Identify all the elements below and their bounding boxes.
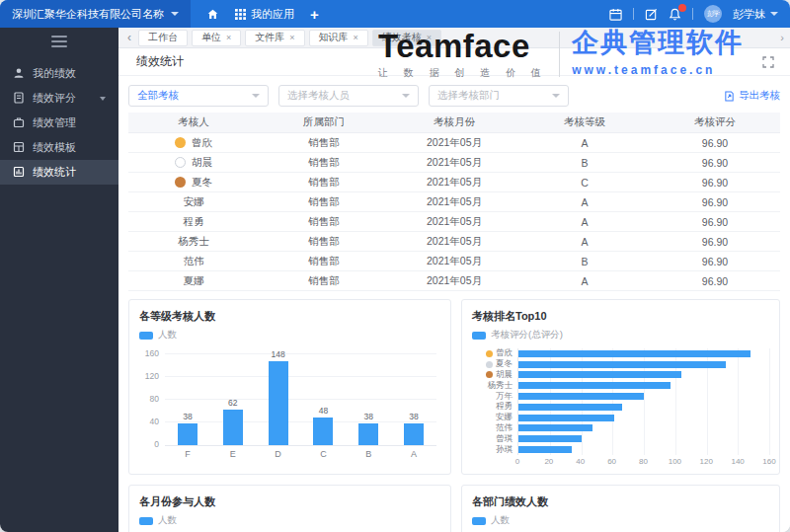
bronze-medal-icon <box>486 371 493 378</box>
sidebar-item-4[interactable]: 绩效模板 <box>0 135 118 160</box>
close-icon[interactable]: × <box>427 34 432 42</box>
my-apps-label: 我的应用 <box>251 7 294 22</box>
table-row[interactable]: 安娜销售部2021年05月A96.90 <box>128 192 780 212</box>
sidebar-nav: 我的绩效绩效评分绩效管理绩效模板绩效统计 <box>0 61 118 185</box>
table-row[interactable]: 曾欣销售部2021年05月A96.90 <box>128 133 780 153</box>
bar <box>518 446 572 453</box>
divider <box>633 8 634 20</box>
score-cell: 96.90 <box>650 173 780 192</box>
company-name: 深圳汇聚华企科技有限公司名称 <box>12 7 164 22</box>
assessee-cell: 夏冬 <box>128 173 259 192</box>
table-row[interactable]: 夏冬销售部2021年05月C96.90 <box>128 173 780 192</box>
bar-slot: 148 <box>256 354 301 445</box>
assessee-cell: 安娜 <box>128 192 259 212</box>
bar <box>518 404 622 411</box>
user-menu[interactable]: 彭学妹 <box>733 7 778 22</box>
bar-row <box>518 359 769 370</box>
category-label: 胡晨 <box>472 370 517 381</box>
chevron-down-icon <box>100 97 106 101</box>
sidebar-item-label: 绩效评分 <box>33 91 76 106</box>
assessment-select[interactable]: 全部考核 <box>128 85 269 107</box>
hamburger-icon <box>51 36 67 38</box>
add-app-button[interactable]: + <box>310 7 319 22</box>
table-row[interactable]: 夏娜销售部2021年05月A96.90 <box>128 271 780 291</box>
edit-button[interactable] <box>645 8 658 21</box>
assessee-name: 胡晨 <box>192 156 212 168</box>
my-apps-button[interactable]: 我的应用 <box>235 7 294 22</box>
month-cell: 2021年05月 <box>389 173 519 192</box>
score-cell: 96.90 <box>650 252 780 271</box>
chart-card-4: 各部门绩效人数人数6040 <box>461 485 780 532</box>
table-row[interactable]: 范伟销售部2021年05月B96.90 <box>128 252 780 271</box>
silver-medal-icon <box>175 157 186 168</box>
gridline <box>769 348 770 455</box>
notifications-button[interactable] <box>669 8 681 21</box>
sidebar-item-2[interactable]: 绩效评分 <box>0 86 118 111</box>
tab-label: 文件库 <box>255 31 284 44</box>
dept-cell: 销售部 <box>259 252 389 271</box>
bar-slot: 48 <box>300 354 346 445</box>
bar-slot: 38 <box>165 354 210 445</box>
close-icon[interactable]: × <box>289 34 294 42</box>
stats-icon <box>13 166 25 180</box>
tab-2[interactable]: 文件库× <box>245 30 304 46</box>
assessment-select-value: 全部考核 <box>137 89 252 103</box>
x-tick-label: F <box>165 449 210 459</box>
company-menu[interactable]: 深圳汇聚华企科技有限公司名称 <box>0 0 191 28</box>
export-button[interactable]: 导出考核 <box>724 89 780 103</box>
tab-4[interactable]: 绩效考核× <box>372 30 441 46</box>
tab-3[interactable]: 知识库× <box>309 30 368 46</box>
sidebar-item-1[interactable]: 我的绩效 <box>0 61 118 86</box>
y-tick-label: 160 <box>139 348 159 358</box>
sidebar-collapse-button[interactable] <box>51 36 67 47</box>
hbar-chart: 曾欣夏冬胡晨杨秀士万年程勇安娜范伟曾琪孙琪 <box>472 348 769 455</box>
chart-cards: 各等级考核人数人数040801201603862148483838FEDCBA考… <box>128 299 780 532</box>
avatar[interactable]: 彭学 <box>704 5 722 23</box>
person-select[interactable]: 选择考核人员 <box>278 85 419 107</box>
tab-1[interactable]: 单位× <box>192 30 241 46</box>
sidebar-item-3[interactable]: 绩效管理 <box>0 111 118 135</box>
department-select[interactable]: 选择考核部门 <box>429 85 569 107</box>
column-header: 考核等级 <box>519 113 650 133</box>
assessee-name: 程勇 <box>184 215 204 227</box>
sidebar-item-label: 我的绩效 <box>33 66 76 81</box>
close-icon[interactable]: × <box>354 34 358 42</box>
person-select-placeholder: 选择考核人员 <box>287 89 402 103</box>
category-label: 安娜 <box>472 413 517 423</box>
grade-cell: C <box>519 173 650 192</box>
fullscreen-button[interactable] <box>762 56 774 68</box>
score-cell: 96.90 <box>650 271 780 291</box>
legend-swatch <box>139 332 153 340</box>
bar <box>518 371 681 378</box>
bar <box>518 361 726 368</box>
tabs-back-button[interactable]: ‹ <box>124 31 134 44</box>
page-title: 绩效统计 <box>136 53 184 70</box>
sidebar-item-label: 绩效管理 <box>33 115 76 130</box>
legend-label: 人数 <box>158 514 177 527</box>
legend-swatch <box>139 517 153 525</box>
bar <box>269 361 288 445</box>
grade-cell: A <box>519 232 650 252</box>
close-icon[interactable]: × <box>226 34 231 42</box>
table-row[interactable]: 程勇销售部2021年05月A96.90 <box>128 212 780 232</box>
bar-slot: 38 <box>346 354 391 445</box>
chart-card-1: 各等级考核人数人数040801201603862148483838FEDCBA <box>128 299 451 475</box>
x-axis: 020406080100120140160 <box>517 455 769 466</box>
score-cell: 96.90 <box>650 192 780 212</box>
app-window: 深圳汇聚华企科技有限公司名称 我的应用 + <box>0 0 790 532</box>
tab-workbench[interactable]: 工作台 <box>138 30 188 46</box>
home-button[interactable] <box>206 8 219 21</box>
calendar-button[interactable] <box>609 8 622 21</box>
table-row[interactable]: 胡晨销售部2021年05月B96.90 <box>128 153 780 173</box>
open-tabs: 单位×文件库×知识库×绩效考核× <box>192 30 441 46</box>
bar-value-label: 38 <box>165 412 210 421</box>
category-label: 杨秀士 <box>472 380 517 391</box>
tabs-overflow-button[interactable]: › <box>780 32 784 43</box>
main-content: ‹ 工作台 单位×文件库×知识库×绩效考核× › 绩效统计 全部考核 <box>118 28 790 532</box>
assessee-name: 范伟 <box>184 255 204 266</box>
chart-legend: 人数 <box>139 514 440 527</box>
y-tick-label: 80 <box>139 394 159 404</box>
table-row[interactable]: 杨秀士销售部2021年05月A96.90 <box>128 232 780 252</box>
sidebar-item-5[interactable]: 绩效统计 <box>0 160 118 185</box>
chart-title: 各月份参与人数 <box>139 494 440 509</box>
